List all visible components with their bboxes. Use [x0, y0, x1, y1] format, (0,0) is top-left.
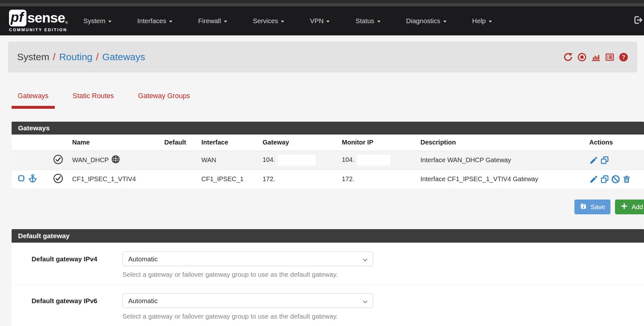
menu-system-label: System [83, 17, 105, 25]
navbar-menu: System Interfaces Firewall Services VPN … [83, 17, 518, 25]
top-navbar: pf sense ® COMMUNITY EDITION System Inte… [0, 6, 644, 35]
table-header-row: Name Default Interface Gateway Monitor I… [12, 135, 644, 151]
col-interface: Interface [199, 135, 260, 151]
menu-vpn[interactable]: VPN [310, 17, 330, 25]
tab-gateway-groups[interactable]: Gateway Groups [132, 92, 196, 109]
breadcrumb-gateways-link[interactable]: Gateways [102, 51, 145, 62]
row-monitor-cell: 172. [339, 170, 418, 189]
col-flags [12, 135, 46, 151]
menu-interfaces-label: Interfaces [137, 17, 166, 25]
caret-down-icon [489, 21, 492, 23]
default-gateway-ipv4-help: Select a gateway or failover gateway gro… [122, 271, 373, 278]
row-actions-cell [587, 151, 644, 170]
pfsense-logo[interactable]: pf sense ® COMMUNITY EDITION [9, 10, 68, 32]
menu-status-label: Status [355, 17, 374, 25]
caret-down-icon [326, 21, 330, 23]
default-gateway-ipv4-field: Automatic Select a gateway or failover g… [122, 251, 373, 278]
ban-icon[interactable] [611, 175, 620, 184]
row-name-cell: WAN_DHCP [70, 151, 162, 170]
menu-diagnostics[interactable]: Diagnostics [406, 17, 447, 25]
caret-down-icon [169, 21, 172, 23]
add-button[interactable]: Add [615, 200, 644, 214]
caret-down-icon [443, 21, 447, 23]
pfsense-logo-sense: sense [27, 10, 65, 26]
menu-services[interactable]: Services [253, 17, 284, 25]
gateway-name: WAN_DHCP [72, 156, 109, 164]
window-top-strip [0, 0, 644, 3]
plus-icon [620, 202, 628, 211]
breadcrumb-panel: System / Routing / Gateways ? [8, 42, 637, 72]
default-gateway-ipv4-select[interactable]: Automatic [122, 251, 373, 266]
default-gateway-ipv6-select[interactable]: Automatic [122, 293, 373, 308]
menu-system[interactable]: System [83, 17, 111, 25]
refresh-icon[interactable] [563, 52, 573, 62]
tab-static-routes[interactable]: Static Routes [67, 92, 120, 109]
table-row-cf1-ipsec: CF1_IPSEC_1_VTIV4 CF1_IPSEC_1 172. 172. … [12, 170, 644, 189]
form-group-ipv4: Default gateway IPv4 Automatic Select a … [12, 243, 644, 285]
save-button[interactable]: Save [574, 200, 611, 214]
registered-mark: ® [65, 21, 68, 24]
default-gateway-ipv6-help: Select a gateway or failover gateway gro… [122, 312, 373, 320]
menu-firewall-label: Firewall [198, 17, 221, 25]
col-actions: Actions [587, 135, 644, 151]
col-gateway: Gateway [260, 135, 339, 151]
default-gateway-panel: Default gateway Default gateway IPv4 Aut… [12, 229, 644, 326]
stop-circle-icon[interactable] [577, 52, 587, 62]
gateways-panel-title: Gateways [12, 122, 644, 135]
floppy-icon [580, 203, 587, 211]
default-gateway-ipv6-field: Automatic Select a gateway or failover g… [122, 293, 373, 320]
tab-gateways[interactable]: Gateways [12, 92, 55, 109]
check-circle-icon [53, 178, 63, 185]
breadcrumb-routing-link[interactable]: Routing [59, 51, 92, 62]
menu-interfaces[interactable]: Interfaces [137, 17, 172, 25]
monitor-ip: 104. [342, 156, 354, 163]
row-flags-cell [12, 170, 46, 189]
row-description-cell: Interface WAN_DHCP Gateway [418, 151, 587, 170]
redacted-value-mask [357, 155, 390, 166]
chart-bar-icon[interactable] [591, 52, 601, 62]
row-actions-cell [587, 170, 644, 189]
row-monitor-cell: 104. [339, 151, 418, 170]
save-button-label: Save [591, 203, 605, 211]
log-icon[interactable] [605, 52, 614, 62]
monitor-ip: 172. [342, 175, 354, 182]
copy-icon[interactable] [600, 175, 609, 184]
default-gateway-panel-title: Default gateway [12, 229, 644, 243]
row-default-cell [162, 170, 199, 189]
pfsense-logo-tagline: COMMUNITY EDITION [9, 27, 68, 32]
help-icon[interactable]: ? [619, 52, 628, 62]
row-status-cell [46, 170, 70, 189]
menu-vpn-label: VPN [310, 17, 323, 25]
row-flags-cell [12, 151, 46, 170]
sign-out-icon[interactable] [633, 15, 643, 26]
edit-icon[interactable] [589, 156, 598, 165]
trash-icon[interactable] [622, 175, 631, 184]
menu-firewall[interactable]: Firewall [198, 17, 227, 25]
row-status-cell [46, 151, 70, 170]
gateway-ip: 172. [263, 175, 275, 182]
menu-status[interactable]: Status [355, 17, 380, 25]
row-default-cell [162, 151, 199, 170]
edit-icon[interactable] [589, 175, 598, 184]
table-button-row: Save Add [0, 200, 644, 214]
row-interface-cell: CF1_IPSEC_1 [199, 170, 260, 189]
breadcrumb: System / Routing / Gateways [17, 51, 145, 62]
gateway-ip: 104. [263, 156, 275, 163]
col-description: Description [418, 135, 587, 151]
svg-text:?: ? [622, 54, 625, 60]
breadcrumb-separator: / [96, 51, 99, 62]
menu-help[interactable]: Help [472, 17, 492, 25]
col-default: Default [162, 135, 199, 151]
redacted-value-mask [278, 155, 316, 166]
default-gateway-form: Default gateway IPv4 Automatic Select a … [12, 243, 644, 326]
col-status [46, 135, 70, 151]
row-description-cell: Interface CF1_IPSEC_1_VTIV4 Gateway [418, 170, 587, 189]
copy-icon[interactable] [600, 156, 609, 165]
caret-down-icon [108, 21, 111, 23]
menu-help-label: Help [472, 17, 486, 25]
gateways-table: Name Default Interface Gateway Monitor I… [12, 135, 644, 189]
routing-tabs: Gateways Static Routes Gateway Groups [12, 92, 644, 109]
check-circle-icon [53, 159, 63, 166]
row-interface-cell: WAN [199, 151, 260, 170]
square-icon [17, 174, 25, 184]
